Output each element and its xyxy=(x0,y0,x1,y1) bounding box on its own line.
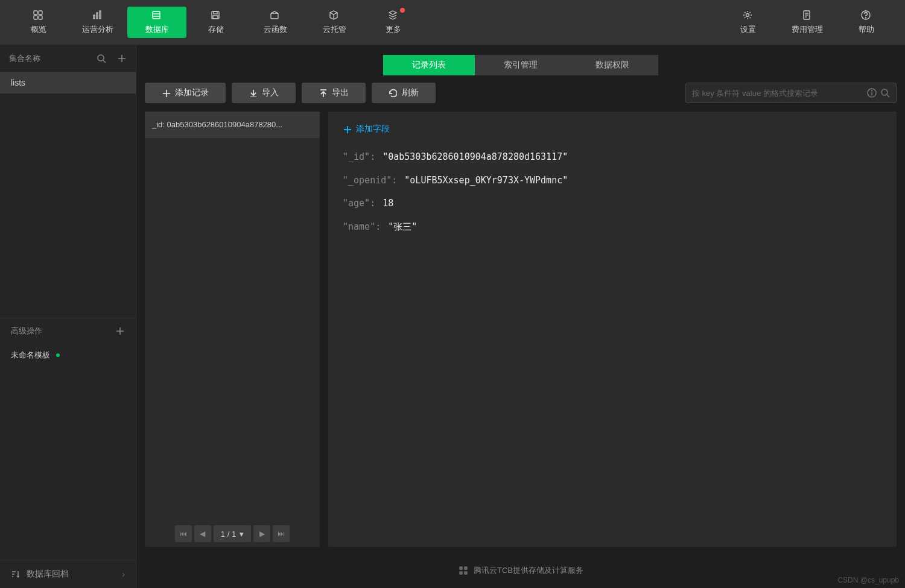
info-icon[interactable] xyxy=(867,88,877,98)
nav-billing[interactable]: 费用管理 xyxy=(778,7,837,38)
notification-dot xyxy=(400,8,405,13)
field-row[interactable]: "name":"张三" xyxy=(343,220,882,234)
status-dot xyxy=(56,353,60,357)
field-key: "name" xyxy=(343,220,375,234)
advanced-header: 高级操作 xyxy=(0,318,136,344)
nav-label: 帮助 xyxy=(859,24,874,35)
gear-icon xyxy=(743,10,754,22)
field-value: "oLUFB5Xxsep_0KYr973X-YWPdmnc" xyxy=(404,174,568,188)
save-icon xyxy=(211,10,221,22)
nav-label: 费用管理 xyxy=(792,24,823,35)
collection-item[interactable]: lists xyxy=(0,72,136,93)
svg-rect-35 xyxy=(459,571,463,575)
search-collection-icon[interactable] xyxy=(97,54,106,63)
content: 记录列表索引管理数据权限 添加记录 导入 导出 刷新 xyxy=(136,45,905,588)
page-last-button[interactable]: ⏭ xyxy=(273,525,290,542)
refresh-label: 刷新 xyxy=(402,87,419,98)
tencent-cloud-icon xyxy=(458,565,469,576)
add-field-label: 添加字段 xyxy=(356,124,390,134)
sidebar-collections-header: 集合名称 xyxy=(0,45,136,72)
nav-label: 更多 xyxy=(386,24,401,35)
export-label: 导出 xyxy=(332,87,349,98)
add-record-label: 添加记录 xyxy=(175,87,209,98)
chevron-right-icon: › xyxy=(122,569,125,579)
nav-label: 云托管 xyxy=(323,24,346,35)
template-label: 未命名模板 xyxy=(11,350,50,361)
add-field-button[interactable]: 添加字段 xyxy=(343,124,882,134)
pagination: ⏮ ◀ 1 / 1 ▾ ▶ ⏭ xyxy=(145,520,320,547)
nav-label: 概览 xyxy=(31,24,46,35)
footer-text: 腾讯云TCB提供存储及计算服务 xyxy=(474,565,583,576)
search-input[interactable] xyxy=(692,89,863,98)
field-key: "age" xyxy=(343,197,370,210)
rollback-label: 数据库回档 xyxy=(27,569,69,580)
nav-cloudrun[interactable]: 云托管 xyxy=(305,7,364,38)
field-row[interactable]: "age":18 xyxy=(343,197,882,210)
page-first-button[interactable]: ⏮ xyxy=(175,525,192,542)
nav-analytics[interactable]: 运营分析 xyxy=(68,7,127,38)
sort-icon xyxy=(11,569,21,579)
field-key: "_openid" xyxy=(343,174,392,188)
download-icon xyxy=(249,89,257,97)
nav-label: 设置 xyxy=(740,24,756,35)
plus-icon xyxy=(343,125,351,133)
content-footer: 腾讯云TCB提供存储及计算服务 xyxy=(136,553,905,588)
advanced-label: 高级操作 xyxy=(11,326,42,337)
field-value: "张三" xyxy=(388,220,417,234)
nav-more[interactable]: 更多 xyxy=(364,7,423,38)
template-item[interactable]: 未命名模板 xyxy=(0,344,136,367)
page-next-button[interactable]: ▶ xyxy=(253,525,270,542)
grid-icon xyxy=(33,10,44,22)
database-rollback[interactable]: 数据库回档 › xyxy=(0,560,136,588)
field-row[interactable]: "_id":"0ab5303b6286010904a878280d163117" xyxy=(343,150,882,164)
field-row[interactable]: "_openid":"oLUFB5Xxsep_0KYr973X-YWPdmnc" xyxy=(343,174,882,188)
nav-label: 云函数 xyxy=(264,24,287,35)
svg-rect-33 xyxy=(459,566,463,570)
field-value: "0ab5303b6286010904a878280d163117" xyxy=(383,150,568,164)
refresh-icon xyxy=(389,89,397,97)
import-label: 导入 xyxy=(262,87,279,98)
box-icon xyxy=(270,10,281,22)
tabs: 记录列表索引管理数据权限 xyxy=(383,55,658,75)
nav-cloudfn[interactable]: 云函数 xyxy=(246,7,305,38)
tab[interactable]: 记录列表 xyxy=(383,55,475,75)
record-detail: 添加字段 "_id":"0ab5303b6286010904a878280d16… xyxy=(328,112,897,547)
toolbar: 添加记录 导入 导出 刷新 xyxy=(136,81,905,112)
page-info[interactable]: 1 / 1 ▾ xyxy=(214,525,251,542)
svg-rect-36 xyxy=(464,571,468,575)
export-button[interactable]: 导出 xyxy=(302,83,366,103)
help-icon xyxy=(861,10,872,22)
import-button[interactable]: 导入 xyxy=(232,83,296,103)
plus-icon xyxy=(162,89,170,97)
collections-label: 集合名称 xyxy=(9,53,40,64)
nav-overview[interactable]: 概览 xyxy=(9,7,68,38)
watermark: CSDN @cs_upupb xyxy=(837,576,899,584)
nav-help[interactable]: 帮助 xyxy=(837,7,896,38)
top-nav: 概览 运营分析 数据库 存储 云函数 xyxy=(0,0,905,45)
bar-chart-icon xyxy=(92,10,103,22)
search-icon[interactable] xyxy=(880,88,890,98)
field-value: 18 xyxy=(383,197,393,210)
refresh-button[interactable]: 刷新 xyxy=(372,83,436,103)
page-prev-button[interactable]: ◀ xyxy=(194,525,211,542)
add-collection-icon[interactable] xyxy=(117,54,127,63)
search-box xyxy=(685,83,897,103)
add-record-button[interactable]: 添加记录 xyxy=(145,83,226,103)
nav-database[interactable]: 数据库 xyxy=(127,7,186,38)
nav-storage[interactable]: 存储 xyxy=(186,7,246,38)
chevron-down-icon: ▾ xyxy=(240,530,244,539)
layers-icon xyxy=(388,10,399,22)
receipt-icon xyxy=(802,10,813,22)
record-item[interactable]: _id: 0ab5303b6286010904a878280... xyxy=(145,112,320,138)
upload-icon xyxy=(319,89,327,97)
cube-icon xyxy=(329,10,340,22)
tab[interactable]: 数据权限 xyxy=(567,55,658,75)
tab[interactable]: 索引管理 xyxy=(475,55,567,75)
sidebar: 集合名称 lists 高级操作 未命名模板 数据库回档 › xyxy=(0,45,136,588)
add-template-icon[interactable] xyxy=(115,326,125,336)
nav-label: 运营分析 xyxy=(82,24,113,35)
nav-settings[interactable]: 设置 xyxy=(719,7,778,38)
nav-label: 数据库 xyxy=(145,24,169,35)
field-key: "_id" xyxy=(343,150,370,164)
database-icon xyxy=(151,10,162,22)
